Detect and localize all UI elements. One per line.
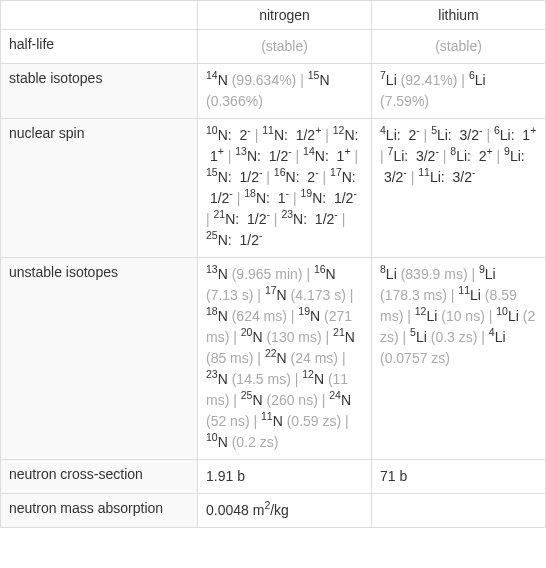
header-nitrogen: nitrogen	[198, 1, 372, 30]
cell-nitrogen: 1.91 b	[198, 460, 372, 494]
table-row: half-life(stable)(stable)	[1, 30, 546, 64]
header-lithium: lithium	[372, 1, 546, 30]
header-row: nitrogen lithium	[1, 1, 546, 30]
table-row: unstable isotopes13N (9.965 min) | 16N (…	[1, 258, 546, 460]
cell-lithium: 4Li: 2- | 5Li: 3/2- | 6Li: 1+ | 7Li: 3/2…	[372, 119, 546, 258]
cell-lithium: (stable)	[372, 30, 546, 64]
table-row: nuclear spin10N: 2- | 11N: 1/2+ | 12N: 1…	[1, 119, 546, 258]
cell-nitrogen: 14N (99.634%) | 15N (0.366%)	[198, 64, 372, 119]
cell-nitrogen: 13N (9.965 min) | 16N (7.13 s) | 17N (4.…	[198, 258, 372, 460]
row-label: nuclear spin	[1, 119, 198, 258]
table-row: stable isotopes14N (99.634%) | 15N (0.36…	[1, 64, 546, 119]
row-label: unstable isotopes	[1, 258, 198, 460]
cell-lithium: 8Li (839.9 ms) | 9Li (178.3 ms) | 11Li (…	[372, 258, 546, 460]
cell-nitrogen: (stable)	[198, 30, 372, 64]
cell-nitrogen: 10N: 2- | 11N: 1/2+ | 12N: 1+ | 13N: 1/2…	[198, 119, 372, 258]
row-label: stable isotopes	[1, 64, 198, 119]
comparison-table: nitrogen lithium half-life(stable)(stabl…	[0, 0, 546, 528]
row-label: half-life	[1, 30, 198, 64]
row-label: neutron cross-section	[1, 460, 198, 494]
table-row: neutron mass absorption0.0048 m2/kg	[1, 494, 546, 528]
cell-lithium	[372, 494, 546, 528]
cell-nitrogen: 0.0048 m2/kg	[198, 494, 372, 528]
cell-lithium: 7Li (92.41%) | 6Li (7.59%)	[372, 64, 546, 119]
table-row: neutron cross-section1.91 b71 b	[1, 460, 546, 494]
header-blank	[1, 1, 198, 30]
cell-lithium: 71 b	[372, 460, 546, 494]
row-label: neutron mass absorption	[1, 494, 198, 528]
